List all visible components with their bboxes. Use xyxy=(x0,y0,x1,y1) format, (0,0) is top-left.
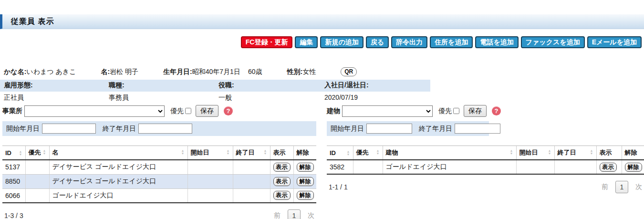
employment-type-value: 正社員 xyxy=(4,94,109,102)
table-row: 6066 ゴールドエイジ大口 表示 解除 xyxy=(2,188,316,203)
add-fax-button[interactable]: ファックスを追加 xyxy=(521,36,585,48)
employment-detail-values: 正社員 事務員 一般 2020/07/19 xyxy=(0,92,430,104)
building-col-clear: 解除 xyxy=(622,146,644,160)
building-priority-checkbox[interactable] xyxy=(453,108,459,114)
office-table-header-row: ID▲▼ 優先▲▼ 名▲▼ 開始日▲▼ 終了日▲▼ 表示 解除 xyxy=(2,146,316,160)
building-start-date-input[interactable] xyxy=(366,124,412,134)
position-label: 役職: xyxy=(218,81,324,90)
office-save-button[interactable]: 保存 xyxy=(196,105,218,117)
cell-end-date xyxy=(233,174,270,188)
employee-info-line: かな名:いわまつ あきこ 名:岩松 明子 生年月日:昭和40年7月1日60歳 性… xyxy=(4,67,357,76)
office-date-filter: 開始年月日 終了年月日 xyxy=(2,121,316,136)
cell-id: 6066 xyxy=(2,188,25,203)
building-select[interactable] xyxy=(342,105,433,117)
add-address-button[interactable]: 住所を追加 xyxy=(430,36,473,48)
employment-type-label: 雇用形態: xyxy=(4,81,109,90)
show-button[interactable]: 表示 xyxy=(273,163,291,172)
cell-end-date xyxy=(554,160,596,174)
cell-id: 5137 xyxy=(2,160,25,174)
office-help-icon[interactable]: ? xyxy=(224,106,233,115)
clear-button[interactable]: 解除 xyxy=(297,177,314,186)
table-row: 5137 デイサービス ゴールドエイジ大口 表示 解除 xyxy=(2,160,316,174)
employment-detail: 雇用形態: 職種: 役職: 入社日/退社日: 正社員 事務員 一般 2020/0… xyxy=(0,80,430,104)
order-output-button[interactable]: 辞令出力 xyxy=(391,36,427,48)
cell-priority xyxy=(353,160,383,174)
show-button[interactable]: 表示 xyxy=(273,191,291,200)
building-col-show: 表示 xyxy=(596,146,622,160)
add-phone-button[interactable]: 電話を追加 xyxy=(475,36,518,48)
clear-button[interactable]: 解除 xyxy=(297,163,314,172)
building-next-button[interactable]: 次 xyxy=(635,183,642,191)
building-col-end[interactable]: 終了日▲▼ xyxy=(554,146,596,160)
office-label: 事業所 xyxy=(2,107,22,115)
fc-register-update-button[interactable]: FC登録・更新 xyxy=(241,36,293,48)
office-select[interactable] xyxy=(24,105,165,117)
office-panel: 事業所 優先 保存 ? 開始年月日 終了年月日 ID▲▼ 優先▲▼ 名▲▼ 開始… xyxy=(2,105,316,219)
sort-icon: ▲▼ xyxy=(19,150,22,156)
office-pagination: 1-3 / 3 前 1 次 xyxy=(2,209,316,219)
sort-icon: ▲▼ xyxy=(264,149,267,155)
office-col-id[interactable]: ID▲▼ xyxy=(2,146,25,160)
cell-name: デイサービス ゴールドエイジ大口 xyxy=(49,174,187,188)
office-start-date-input[interactable] xyxy=(42,124,96,134)
building-col-start[interactable]: 開始日▲▼ xyxy=(516,146,554,160)
building-page-1-button[interactable]: 1 xyxy=(615,181,628,193)
cell-name: ゴールドエイジ大口 xyxy=(49,188,187,203)
clear-button[interactable]: 解除 xyxy=(297,191,314,200)
building-table: ID▲▼ 優先▲▼ 建物▲▼ 開始日▲▼ 終了日▲▼ 表示 解除 3582 ゴー… xyxy=(327,146,644,175)
hire-date-label: 入社日/退社日: xyxy=(324,81,434,90)
office-table: ID▲▼ 優先▲▼ 名▲▼ 開始日▲▼ 終了日▲▼ 表示 解除 5137 デイサ… xyxy=(2,146,316,203)
show-button[interactable]: 表示 xyxy=(273,177,291,186)
sort-icon: ▲▼ xyxy=(43,149,46,155)
office-end-date-label: 終了年月日 xyxy=(103,125,136,133)
building-save-button[interactable]: 保存 xyxy=(464,105,487,117)
panels: 事業所 優先 保存 ? 開始年月日 終了年月日 ID▲▼ 優先▲▼ 名▲▼ 開始… xyxy=(2,105,644,219)
cell-id: 8850 xyxy=(2,174,25,188)
office-priority-label: 優先 xyxy=(170,107,184,115)
office-priority-checkbox[interactable] xyxy=(185,108,191,114)
office-page-1-button[interactable]: 1 xyxy=(288,209,301,219)
add-email-button[interactable]: Eメールを追加 xyxy=(587,36,642,48)
back-button[interactable]: 戻る xyxy=(366,36,389,48)
office-prev-button[interactable]: 前 xyxy=(274,211,280,219)
office-col-priority[interactable]: 優先▲▼ xyxy=(25,146,49,160)
edit-button[interactable]: 編集 xyxy=(295,36,318,48)
clear-button[interactable]: 解除 xyxy=(625,163,642,172)
employee-gender: 性別:女性 xyxy=(287,68,316,76)
building-page-range: 1-1 / 1 xyxy=(329,183,348,191)
sort-icon: ▲▼ xyxy=(548,149,551,155)
cell-id: 3582 xyxy=(327,160,353,174)
qr-button[interactable]: QR xyxy=(341,67,357,76)
show-button[interactable]: 表示 xyxy=(600,163,617,172)
cell-priority xyxy=(25,174,49,188)
building-col-id[interactable]: ID▲▼ xyxy=(327,146,353,160)
position-value: 一般 xyxy=(218,94,324,102)
building-selector-row: 建物 優先 保存 ? xyxy=(327,105,644,117)
office-col-end[interactable]: 終了日▲▼ xyxy=(233,146,270,160)
office-col-clear: 解除 xyxy=(293,146,316,160)
building-prev-button[interactable]: 前 xyxy=(602,183,608,191)
office-page-range: 1-3 / 3 xyxy=(4,212,23,219)
employee-name: 名:岩松 明子 xyxy=(101,68,139,76)
toolbar: FC登録・更新 編集 新規の追加 戻る 辞令出力 住所を追加 電話を追加 ファッ… xyxy=(241,36,642,48)
office-col-show: 表示 xyxy=(270,146,293,160)
office-col-name[interactable]: 名▲▼ xyxy=(49,146,187,160)
building-end-date-input[interactable] xyxy=(455,124,500,134)
add-new-button[interactable]: 新規の追加 xyxy=(320,36,363,48)
building-start-date-label: 開始年月日 xyxy=(331,125,364,133)
sort-icon: ▲▼ xyxy=(181,149,185,155)
employee-age: 60歳 xyxy=(248,68,262,75)
job-type-label: 職種: xyxy=(109,81,218,90)
building-end-date-label: 終了年月日 xyxy=(419,125,452,133)
building-col-priority[interactable]: 優先▲▼ xyxy=(353,146,383,160)
employee-kana: かな名:いわまつ あきこ xyxy=(4,68,76,76)
employee-birthdate: 生年月日:昭和40年7月1日60歳 xyxy=(163,68,262,76)
office-end-date-input[interactable] xyxy=(138,124,192,134)
office-next-button[interactable]: 次 xyxy=(308,211,314,219)
building-help-icon[interactable]: ? xyxy=(492,106,501,115)
cell-name: ゴールドエイジ大口 xyxy=(383,160,516,174)
office-col-start[interactable]: 開始日▲▼ xyxy=(187,146,233,160)
employment-detail-labels: 雇用形態: 職種: 役職: 入社日/退社日: xyxy=(0,80,430,92)
building-col-name[interactable]: 建物▲▼ xyxy=(383,146,516,160)
office-selector-row: 事業所 優先 保存 ? xyxy=(2,105,316,117)
